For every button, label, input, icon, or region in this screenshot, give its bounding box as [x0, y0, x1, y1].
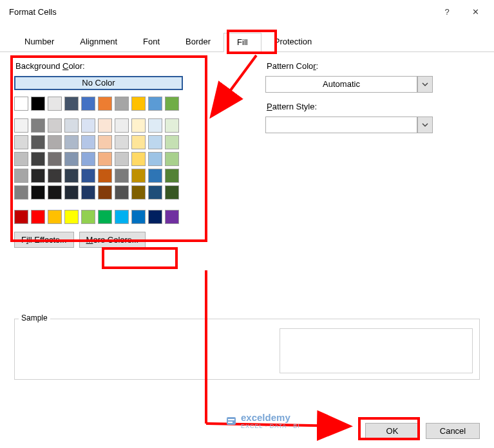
color-swatch[interactable]	[131, 169, 146, 183]
color-swatch[interactable]	[115, 135, 129, 149]
color-swatch[interactable]	[48, 135, 62, 149]
pattern-style-value	[265, 117, 417, 133]
color-swatch[interactable]	[14, 135, 28, 149]
color-swatch[interactable]	[81, 169, 95, 183]
color-swatch[interactable]	[98, 210, 112, 224]
color-swatch[interactable]	[64, 118, 79, 133]
color-swatch[interactable]	[148, 169, 162, 183]
color-swatch[interactable]	[148, 185, 162, 200]
dialog-title: Format Cells	[9, 7, 432, 17]
color-swatch[interactable]	[148, 97, 162, 111]
color-swatch[interactable]	[81, 185, 95, 200]
color-swatch[interactable]	[115, 97, 129, 111]
standard-colors-row	[14, 210, 227, 224]
color-swatch[interactable]	[165, 97, 179, 111]
color-swatch[interactable]	[131, 118, 146, 133]
color-swatch[interactable]	[98, 97, 112, 111]
color-swatch[interactable]	[31, 210, 45, 224]
color-swatch[interactable]	[115, 118, 129, 133]
color-swatch[interactable]	[148, 152, 162, 166]
watermark-icon	[225, 415, 237, 427]
color-swatch[interactable]	[14, 169, 28, 183]
color-swatch[interactable]	[131, 185, 146, 200]
color-swatch[interactable]	[115, 210, 129, 224]
fill-effects-button[interactable]: Fill Effects...	[14, 232, 74, 248]
color-swatch[interactable]	[31, 118, 45, 133]
more-colors-button[interactable]: More Colors...	[79, 232, 146, 248]
color-swatch[interactable]	[64, 135, 79, 149]
tab-border[interactable]: Border	[173, 33, 223, 52]
color-swatch[interactable]	[31, 185, 45, 200]
dropdown-arrow-icon[interactable]	[417, 76, 433, 93]
color-swatch[interactable]	[48, 185, 62, 200]
color-swatch[interactable]	[115, 152, 129, 166]
tab-protection[interactable]: Protection	[261, 33, 325, 52]
color-swatch[interactable]	[131, 152, 146, 166]
pattern-style-dropdown[interactable]	[265, 117, 433, 133]
color-swatch[interactable]	[165, 210, 179, 224]
tab-font[interactable]: Font	[130, 33, 173, 52]
color-swatch[interactable]	[165, 135, 179, 149]
color-swatch[interactable]	[31, 97, 45, 111]
ok-button[interactable]: OK	[365, 423, 419, 439]
color-swatch[interactable]	[48, 152, 62, 166]
tab-number[interactable]: Number	[12, 33, 67, 52]
dropdown-arrow-icon[interactable]	[417, 117, 433, 133]
tab-fill[interactable]: Fill	[223, 33, 261, 52]
color-swatch[interactable]	[14, 185, 28, 200]
color-swatch[interactable]	[14, 97, 28, 111]
color-swatch[interactable]	[98, 135, 112, 149]
theme-color-shades	[14, 118, 227, 200]
color-swatch[interactable]	[81, 118, 95, 133]
color-swatch[interactable]	[98, 169, 112, 183]
color-swatch[interactable]	[81, 210, 95, 224]
color-swatch[interactable]	[31, 152, 45, 166]
color-swatch[interactable]	[148, 118, 162, 133]
color-swatch[interactable]	[48, 169, 62, 183]
color-swatch[interactable]	[48, 118, 62, 133]
color-swatch[interactable]	[131, 135, 146, 149]
color-swatch[interactable]	[115, 169, 129, 183]
help-button[interactable]: ?	[433, 3, 461, 21]
color-swatch[interactable]	[64, 97, 79, 111]
color-swatch[interactable]	[14, 210, 28, 224]
color-swatch[interactable]	[31, 135, 45, 149]
close-button[interactable]: ✕	[462, 3, 489, 21]
color-swatch[interactable]	[131, 97, 146, 111]
color-swatch[interactable]	[98, 118, 112, 133]
pattern-color-dropdown[interactable]: Automatic	[265, 76, 433, 93]
watermark-sub: EXCEL · DATA · BI	[241, 423, 300, 429]
color-swatch[interactable]	[165, 185, 179, 200]
color-swatch[interactable]	[48, 97, 62, 111]
color-swatch[interactable]	[98, 152, 112, 166]
color-swatch[interactable]	[64, 210, 79, 224]
cancel-button[interactable]: Cancel	[426, 423, 480, 439]
tab-alignment[interactable]: Alignment	[67, 33, 130, 52]
no-color-button[interactable]: No Color	[14, 76, 183, 90]
color-swatch[interactable]	[165, 169, 179, 183]
color-swatch[interactable]	[48, 210, 62, 224]
watermark: exceldemy EXCEL · DATA · BI	[225, 412, 300, 429]
color-swatch[interactable]	[165, 118, 179, 133]
theme-color-row1	[14, 97, 227, 111]
color-swatch[interactable]	[64, 169, 79, 183]
color-swatch[interactable]	[64, 185, 79, 200]
titlebar: Format Cells ? ✕	[0, 0, 494, 23]
background-color-section: Background Color: No Color Fill Effects.…	[14, 59, 227, 248]
color-swatch[interactable]	[64, 152, 79, 166]
color-swatch[interactable]	[31, 169, 45, 183]
color-swatch[interactable]	[148, 135, 162, 149]
color-swatch[interactable]	[81, 152, 95, 166]
tabstrip: Number Alignment Font Border Fill Protec…	[0, 23, 494, 52]
color-swatch[interactable]	[165, 152, 179, 166]
color-swatch[interactable]	[14, 152, 28, 166]
color-swatch[interactable]	[131, 210, 146, 224]
color-swatch[interactable]	[115, 185, 129, 200]
color-swatch[interactable]	[14, 118, 28, 133]
color-swatch[interactable]	[81, 135, 95, 149]
color-swatch[interactable]	[98, 185, 112, 200]
color-swatch[interactable]	[148, 210, 162, 224]
svg-rect-5	[228, 419, 234, 420]
format-cells-dialog: Format Cells ? ✕ Number Alignment Font B…	[0, 0, 494, 448]
color-swatch[interactable]	[81, 97, 95, 111]
